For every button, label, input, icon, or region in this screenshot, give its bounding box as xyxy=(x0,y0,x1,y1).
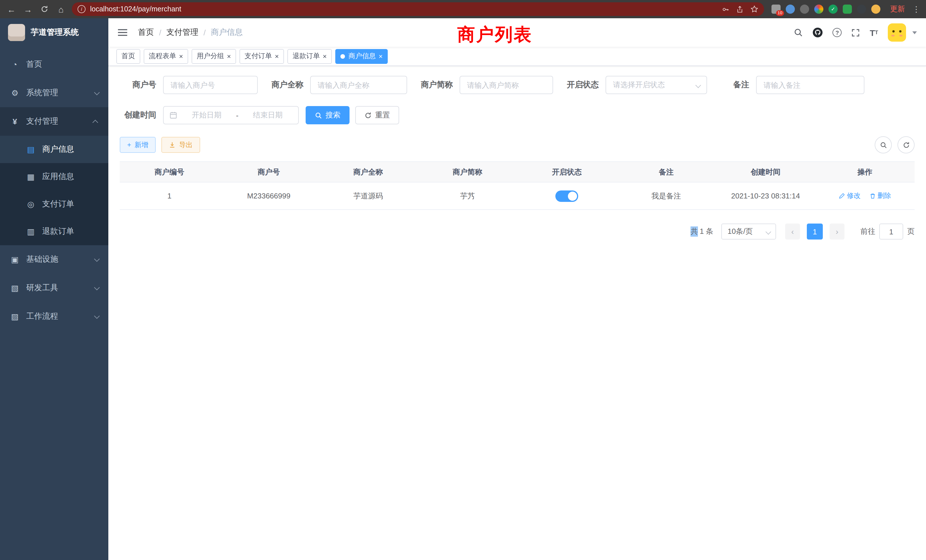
sidebar-item-infrastructure[interactable]: ▣ 基础设施 xyxy=(0,245,108,274)
extension-icon[interactable] xyxy=(871,5,881,14)
extension-icon[interactable] xyxy=(786,5,795,14)
password-key-icon[interactable] xyxy=(722,5,729,13)
merchant-table: 商户编号 商户号 商户全称 商户简称 开启状态 备注 创建时间 操作 1 xyxy=(120,161,915,210)
sidebar-item-label: 首页 xyxy=(26,59,42,70)
cell-merchant-id: 1 xyxy=(120,182,219,210)
status-select[interactable]: 请选择开启状态 xyxy=(605,76,707,94)
cell-full-name: 芋道源码 xyxy=(318,182,418,210)
col-merchant-no: 商户号 xyxy=(219,162,319,182)
merchant-list-page: 商户号 商户全称 商户简称 开启状态 请选择开启状态 xyxy=(108,66,926,560)
cell-actions: 修改 删除 xyxy=(816,182,915,210)
address-bar[interactable]: i localhost:1024/pay/merchant xyxy=(72,2,764,16)
user-avatar[interactable] xyxy=(888,23,906,42)
browser-menu-icon[interactable]: ⋮ xyxy=(912,5,920,14)
sidebar-item-system[interactable]: ⚙ 系统管理 xyxy=(0,79,108,107)
tab-pay-order[interactable]: 支付订单 × xyxy=(239,49,284,64)
sidebar-item-payment[interactable]: ¥ 支付管理 xyxy=(0,107,108,136)
refresh-table-icon[interactable] xyxy=(897,136,915,153)
browser-update-button[interactable]: 更新 xyxy=(890,4,905,14)
extension-icon[interactable]: ✓ xyxy=(829,5,838,14)
sidebar-item-label: 研发工具 xyxy=(26,283,58,293)
close-tab-icon[interactable]: × xyxy=(378,53,383,60)
delete-button[interactable]: 删除 xyxy=(869,191,891,201)
extension-icon[interactable] xyxy=(814,5,823,14)
close-tab-icon[interactable]: × xyxy=(275,53,279,60)
home-icon[interactable]: ⌂ xyxy=(55,5,67,14)
cell-create-time: 2021-10-23 08:31:14 xyxy=(716,182,816,210)
back-icon[interactable]: ← xyxy=(6,5,17,14)
forward-icon[interactable]: → xyxy=(22,5,34,14)
share-icon[interactable] xyxy=(736,5,743,13)
logo[interactable]: 芋道管理系统 xyxy=(0,18,108,47)
close-tab-icon[interactable]: × xyxy=(179,53,183,60)
short-name-label: 商户简称 xyxy=(421,80,453,90)
goto-page-input[interactable] xyxy=(879,224,903,239)
sidebar-item-label: 支付管理 xyxy=(26,117,58,127)
reload-icon[interactable] xyxy=(39,5,50,13)
pagination: 共 1 条 10条/页 ‹ 1 › 前往 页 xyxy=(120,224,915,239)
close-tab-icon[interactable]: × xyxy=(227,53,231,60)
tab-refund-order[interactable]: 退款订单 × xyxy=(287,49,332,64)
tab-home[interactable]: 首页 xyxy=(117,49,140,64)
breadcrumb-payment[interactable]: 支付管理 xyxy=(166,27,198,38)
extension-icon[interactable] xyxy=(800,5,809,14)
status-toggle[interactable] xyxy=(555,190,578,201)
reset-button[interactable]: 重置 xyxy=(355,106,399,124)
export-button[interactable]: 导出 xyxy=(161,137,200,153)
sidebar: 芋道管理系统 ◔ 首页 ⚙ 系统管理 ¥ 支付管理 xyxy=(0,18,108,560)
breadcrumb-home[interactable]: 首页 xyxy=(138,27,154,38)
tab-user-group[interactable]: 用户分组 × xyxy=(192,49,236,64)
sidebar-item-devtools[interactable]: ▧ 研发工具 xyxy=(0,274,108,302)
extension-icon[interactable] xyxy=(843,5,852,14)
col-full-name: 商户全称 xyxy=(318,162,418,182)
prev-page-button[interactable]: ‹ xyxy=(785,224,800,239)
sidebar-item-label: 工作流程 xyxy=(26,311,58,322)
remark-input[interactable] xyxy=(756,76,864,94)
close-tab-icon[interactable]: × xyxy=(323,53,327,60)
sidebar-item-workflow[interactable]: ▨ 工作流程 xyxy=(0,302,108,331)
full-name-input[interactable] xyxy=(310,76,407,94)
next-page-button[interactable]: › xyxy=(830,224,844,239)
page-size-select[interactable]: 10条/页 xyxy=(721,224,776,239)
col-remark: 备注 xyxy=(617,162,716,182)
page-number-1[interactable]: 1 xyxy=(807,224,823,239)
app-title: 芋道管理系统 xyxy=(31,27,79,38)
sidebar-item-label: 支付订单 xyxy=(42,199,74,209)
cell-short-name: 芋艿 xyxy=(418,182,517,210)
tab-merchant-info[interactable]: 商户信息 × xyxy=(335,49,388,64)
search-icon[interactable] xyxy=(794,28,803,37)
avatar-caret-icon[interactable] xyxy=(912,31,917,34)
merchant-no-input[interactable] xyxy=(163,76,258,94)
col-short-name: 商户简称 xyxy=(418,162,517,182)
total-count: 共 1 条 xyxy=(690,226,713,237)
toggle-search-icon[interactable] xyxy=(875,136,892,153)
url-text: localhost:1024/pay/merchant xyxy=(90,5,181,13)
top-navbar: 首页 / 支付管理 / 商户信息 商户列表 ? xyxy=(108,18,926,47)
sidebar-item-home[interactable]: ◔ 首页 xyxy=(0,50,108,79)
short-name-input[interactable] xyxy=(460,76,553,94)
workflow-icon: ▨ xyxy=(10,312,20,321)
col-create-time: 创建时间 xyxy=(716,162,816,182)
navbar-actions: ? TT xyxy=(794,23,917,42)
create-time-range-picker[interactable]: 开始日期 - 结束日期 xyxy=(163,106,299,124)
font-size-icon[interactable]: TT xyxy=(870,28,878,37)
sidebar-item-app-info[interactable]: ▦ 应用信息 xyxy=(0,163,108,191)
sidebar-toggle-icon[interactable] xyxy=(118,27,128,38)
search-button[interactable]: 搜索 xyxy=(306,106,350,124)
sidebar-item-refund-order[interactable]: ▥ 退款订单 xyxy=(0,218,108,245)
github-icon[interactable] xyxy=(813,27,823,38)
help-icon[interactable]: ? xyxy=(833,28,842,37)
site-info-icon[interactable]: i xyxy=(77,5,86,13)
sidebar-item-merchant-info[interactable]: ▤ 商户信息 xyxy=(0,136,108,163)
breadcrumb: 首页 / 支付管理 / 商户信息 xyxy=(138,27,243,38)
edit-button[interactable]: 修改 xyxy=(839,191,861,201)
tab-process-form[interactable]: 流程表单 × xyxy=(144,49,188,64)
fullscreen-icon[interactable] xyxy=(852,28,860,37)
add-button[interactable]: + 新增 xyxy=(120,137,156,153)
sidebar-item-pay-order[interactable]: ◎ 支付订单 xyxy=(0,191,108,218)
bookmark-star-icon[interactable] xyxy=(750,5,758,13)
pay-order-icon: ◎ xyxy=(26,200,35,209)
extension-icon[interactable] xyxy=(857,5,866,14)
extensions-puzzle-icon[interactable]: 10 xyxy=(772,5,781,14)
logo-avatar xyxy=(8,24,25,41)
